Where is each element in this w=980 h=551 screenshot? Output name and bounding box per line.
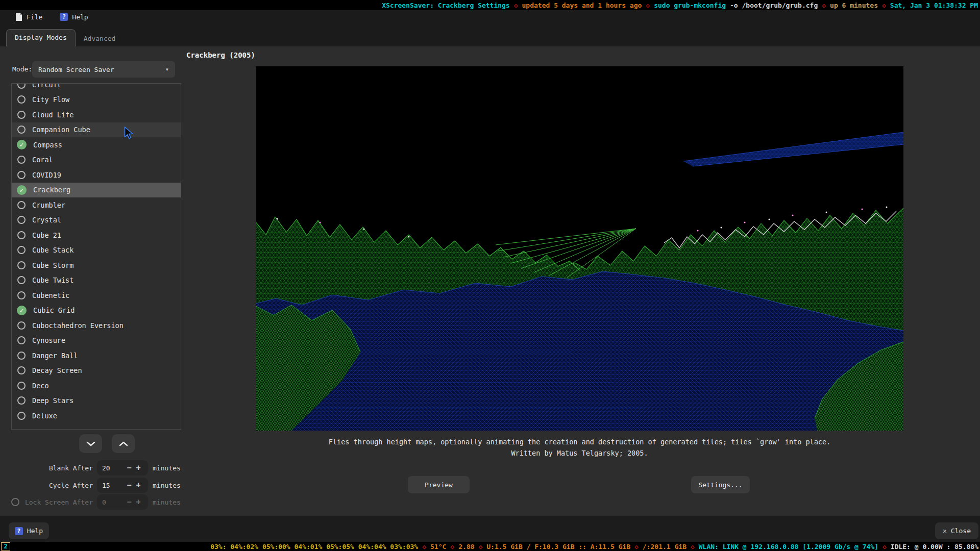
saver-item-label: Cloud Life bbox=[32, 111, 74, 119]
blank-after-decrement-button[interactable]: − bbox=[125, 463, 134, 472]
description-line: Flies through height maps, optionally an… bbox=[256, 436, 903, 447]
saver-list-item-companion-cube[interactable]: Companion Cube bbox=[12, 122, 181, 138]
bottom-status-bar-segment: ◇ bbox=[450, 543, 454, 550]
unchecked-radio-icon[interactable] bbox=[17, 366, 26, 374]
saver-list-item-compass[interactable]: ✓Compass bbox=[12, 137, 181, 153]
screensaver-list[interactable]: CircuitCity FlowCloud LifeCompanion Cube… bbox=[11, 83, 181, 430]
unchecked-radio-icon[interactable] bbox=[17, 412, 26, 420]
help-icon: ? bbox=[15, 527, 23, 535]
saver-list-item-cube-storm[interactable]: Cube Storm bbox=[12, 258, 181, 273]
workspace-indicator[interactable]: 2 bbox=[1, 542, 10, 550]
file-menu-label: File bbox=[27, 13, 42, 21]
unchecked-radio-icon[interactable] bbox=[17, 261, 26, 269]
saver-item-label: Decay Screen bbox=[32, 366, 82, 374]
lock-screen-radio[interactable] bbox=[11, 498, 19, 506]
bottom-status-bar-segment: 51°C bbox=[430, 543, 446, 550]
unchecked-radio-icon[interactable] bbox=[17, 156, 26, 164]
saver-list-item-cube-21[interactable]: Cube 21 bbox=[12, 228, 181, 243]
checked-icon[interactable]: ✓ bbox=[17, 140, 27, 149]
unchecked-radio-icon[interactable] bbox=[17, 382, 26, 390]
saver-item-label: Crackberg bbox=[33, 186, 70, 194]
screensaver-list-items: CircuitCity FlowCloud LifeCompanion Cube… bbox=[12, 83, 181, 423]
saver-item-label: Cube 21 bbox=[32, 231, 61, 239]
saver-list-item-deluxe[interactable]: Deluxe bbox=[12, 408, 181, 423]
saver-list-item-decay-screen[interactable]: Decay Screen bbox=[12, 363, 181, 379]
saver-list-item-cynosure[interactable]: Cynosure bbox=[12, 333, 181, 348]
unchecked-radio-icon[interactable] bbox=[17, 336, 26, 344]
bottom-status-bar-segment: U:1.5 GiB / F:10.3 GiB :: A:11.5 GiB bbox=[486, 543, 630, 550]
lock-screen-after-unit: minutes bbox=[153, 498, 181, 506]
saver-list-item-danger-ball[interactable]: Danger Ball bbox=[12, 348, 181, 363]
saver-list-item-cubenetic[interactable]: Cubenetic bbox=[12, 288, 181, 303]
top-status-bar-segment: ◇ bbox=[646, 2, 650, 9]
checked-icon[interactable]: ✓ bbox=[17, 185, 27, 195]
unchecked-radio-icon[interactable] bbox=[17, 216, 26, 224]
saver-list-item-crystal[interactable]: Crystal bbox=[12, 213, 181, 228]
saver-item-label: Companion Cube bbox=[32, 126, 90, 134]
unchecked-radio-icon[interactable] bbox=[17, 111, 26, 119]
help-icon: ? bbox=[60, 13, 68, 21]
unchecked-radio-icon[interactable] bbox=[17, 246, 26, 254]
help-button[interactable]: ? Help bbox=[9, 522, 49, 539]
bottom-action-bar bbox=[0, 516, 980, 542]
cycle-after-value[interactable]: 15 bbox=[102, 482, 125, 489]
help-button-label: Help bbox=[27, 527, 43, 535]
tab-advanced[interactable]: Advanced bbox=[76, 31, 124, 46]
mode-dropdown-value: Random Screen Saver bbox=[38, 66, 114, 73]
saver-list-item-deep-stars[interactable]: Deep Stars bbox=[12, 393, 181, 409]
saver-list-item-cube-twist[interactable]: Cube Twist bbox=[12, 273, 181, 288]
preview-button[interactable]: Preview bbox=[408, 476, 470, 493]
cycle-after-unit: minutes bbox=[153, 482, 181, 489]
cycle-after-spinner[interactable]: 15 − + bbox=[97, 478, 148, 493]
unchecked-radio-icon[interactable] bbox=[17, 201, 26, 209]
unchecked-radio-icon[interactable] bbox=[17, 95, 26, 104]
unchecked-radio-icon[interactable] bbox=[17, 352, 26, 360]
saver-list-item-coral[interactable]: Coral bbox=[12, 153, 181, 168]
saver-list-item-circuit[interactable]: Circuit bbox=[12, 83, 181, 92]
saver-list-item-crackberg[interactable]: ✓Crackberg bbox=[12, 183, 181, 198]
bottom-status-bar-segment: ◇ bbox=[478, 543, 482, 550]
unchecked-radio-icon[interactable] bbox=[17, 396, 26, 405]
help-menu-label: Help bbox=[72, 13, 88, 21]
saver-list-item-city-flow[interactable]: City Flow bbox=[12, 92, 181, 108]
unchecked-radio-icon[interactable] bbox=[17, 291, 26, 299]
saver-item-label: COVID19 bbox=[32, 171, 61, 179]
cycle-after-decrement-button[interactable]: − bbox=[125, 481, 134, 490]
top-status-bar-segment: -o /boot/grub/grub.cfg bbox=[730, 2, 818, 9]
saver-list-item-crumbler[interactable]: Crumbler bbox=[12, 197, 181, 213]
saver-list-item-cubic-grid[interactable]: ✓Cubic Grid bbox=[12, 303, 181, 318]
saver-item-label: Deco bbox=[32, 382, 49, 390]
saver-item-label: Cube Stack bbox=[32, 246, 74, 254]
unchecked-radio-icon[interactable] bbox=[17, 171, 26, 179]
blank-after-spinner[interactable]: 20 − + bbox=[97, 460, 148, 475]
saver-list-item-cuboctahedron-eversion[interactable]: Cuboctahedron Eversion bbox=[12, 318, 181, 333]
checked-icon[interactable]: ✓ bbox=[17, 306, 27, 315]
scroll-down-button[interactable] bbox=[79, 434, 102, 453]
scroll-up-button[interactable] bbox=[112, 434, 135, 453]
unchecked-radio-icon[interactable] bbox=[17, 83, 26, 89]
saver-item-label: Compass bbox=[33, 141, 62, 149]
blank-after-value[interactable]: 20 bbox=[102, 464, 125, 472]
close-button-label: Close bbox=[951, 527, 971, 535]
saver-item-label: Cubic Grid bbox=[33, 306, 75, 314]
file-menu[interactable]: File bbox=[15, 13, 42, 21]
menu-bar: File ? Help bbox=[0, 10, 980, 23]
saver-list-item-deco[interactable]: Deco bbox=[12, 378, 181, 393]
mode-dropdown[interactable]: Random Screen Saver ▾ bbox=[32, 61, 175, 78]
top-status-bar-segment: updated 5 days and 1 hours ago bbox=[522, 2, 642, 9]
unchecked-radio-icon[interactable] bbox=[17, 231, 26, 239]
blank-after-increment-button[interactable]: + bbox=[134, 463, 143, 472]
unchecked-radio-icon[interactable] bbox=[17, 276, 26, 284]
unchecked-radio-icon[interactable] bbox=[17, 321, 26, 330]
blank-after-unit: minutes bbox=[153, 464, 181, 472]
close-button[interactable]: ✕ Close bbox=[935, 522, 978, 539]
saver-list-item-cube-stack[interactable]: Cube Stack bbox=[12, 243, 181, 258]
saver-list-item-covid19[interactable]: COVID19 bbox=[12, 167, 181, 183]
unchecked-radio-icon[interactable] bbox=[17, 126, 26, 134]
settings-button[interactable]: Settings... bbox=[691, 476, 750, 493]
tab-display-modes[interactable]: Display Modes bbox=[6, 29, 76, 46]
bottom-status-bar-segment: ◇ bbox=[422, 543, 426, 550]
help-menu[interactable]: ? Help bbox=[60, 13, 88, 21]
cycle-after-increment-button[interactable]: + bbox=[134, 481, 143, 490]
saver-list-item-cloud-life[interactable]: Cloud Life bbox=[12, 107, 181, 122]
